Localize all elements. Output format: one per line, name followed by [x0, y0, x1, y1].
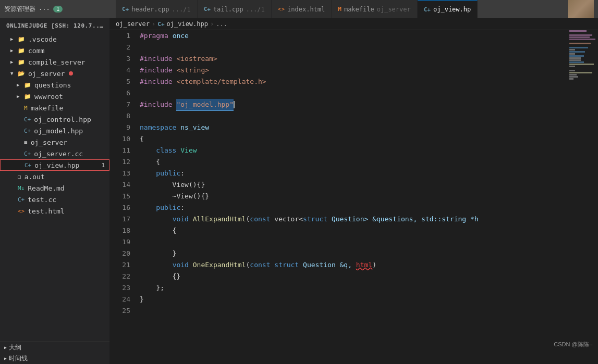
sidebar-item-a-out[interactable]: ▶ ◻ a.out: [0, 171, 109, 182]
chevron-right-icon: ▶: [17, 82, 22, 87]
token: }: [140, 294, 144, 305]
breadcrumb-filename: oj_view.hpp: [167, 20, 208, 28]
token: (: [246, 214, 250, 225]
token: [173, 65, 177, 76]
sidebar-item-readme[interactable]: ▶ M↓ ReadMe.md: [0, 182, 109, 194]
minimap-line: [569, 72, 592, 73]
chevron-right-icon: ▶: [10, 36, 16, 42]
explorer-section: 资源管理器 ··· 1: [4, 5, 114, 14]
sidebar-item-comm[interactable]: ▶ 📁 comm: [0, 45, 109, 56]
tab-oj-view-hpp[interactable]: C+ oj_view.hp: [418, 0, 478, 18]
cpp-icon: C+: [24, 128, 31, 134]
folder-icon: 📁: [24, 82, 31, 89]
token: }: [140, 248, 176, 259]
code-line-25: [140, 305, 567, 317]
token-space: [168, 30, 173, 42]
title-bar: 资源管理器 ··· 1 C+ header.cpp .../1 C+ tail.…: [0, 0, 598, 18]
token: ns_view: [180, 122, 209, 133]
sidebar-item-label: oj_view.hpp: [34, 161, 79, 169]
sidebar-item-vscode[interactable]: ▶ 📁 .vscode: [0, 33, 109, 45]
sidebar-item-questions[interactable]: ▶ 📁 questions: [0, 79, 109, 91]
text-cursor: [234, 101, 235, 108]
code-line-6: [140, 87, 567, 99]
minimap-line: [569, 47, 588, 48]
token: #include: [140, 76, 173, 87]
sidebar-item-label: .vscode: [28, 35, 57, 43]
minimap-line: [569, 45, 598, 46]
sidebar-item-test-html[interactable]: ▶ <> test.html: [0, 205, 109, 217]
token: public: [156, 202, 180, 214]
token: namespace: [140, 122, 176, 133]
code-line-2: [140, 42, 567, 53]
token: [140, 145, 156, 156]
sidebar-item-test-cc[interactable]: ▶ C+ test.cc: [0, 194, 109, 205]
code-line-8: [140, 110, 567, 122]
minimap-line: [569, 80, 598, 82]
timeline-label: 时间线: [9, 354, 28, 363]
minimap-line: [569, 30, 587, 32]
minimap-line: [569, 55, 584, 57]
token: :: [180, 168, 185, 179]
sidebar-item-oj-view-hpp[interactable]: ▶ C+ oj_view.hpp 1: [0, 159, 109, 171]
sidebar-item-wwwroot[interactable]: ▶ 📁 wwwroot: [0, 91, 109, 102]
tab-header-cpp[interactable]: C+ header.cpp .../1: [116, 0, 198, 18]
cpp-icon: C+: [424, 6, 431, 13]
explorer-menu-button[interactable]: ···: [39, 6, 50, 13]
sidebar-item-oj-model-hpp[interactable]: ▶ C+ oj_model.hpp: [0, 125, 109, 136]
minimap-line: [569, 32, 598, 34]
minimap-line: [569, 53, 575, 55]
server-icon: ≡: [24, 139, 28, 146]
sidebar-item-makefile[interactable]: ▶ M makefile: [0, 102, 109, 114]
editor-content[interactable]: 1 2 3 4 5 6 7 8 9 10 11 12 13 14 15 16 1…: [109, 30, 598, 364]
token: #include: [140, 53, 173, 65]
token: html: [356, 259, 372, 271]
token: [140, 214, 173, 225]
html-icon: <>: [278, 6, 285, 12]
tab-makefile[interactable]: M makefile oj_server: [332, 0, 417, 18]
token: [140, 168, 156, 179]
minimap-line: [569, 64, 594, 65]
minimap-line: [569, 70, 575, 71]
sidebar-item-label: comm: [28, 47, 44, 55]
code-line-14: View(){}: [140, 179, 567, 191]
timeline-panel[interactable]: ▶ 时间线: [0, 353, 109, 364]
token: class: [156, 145, 176, 156]
tab-suffix: .../1: [246, 6, 265, 13]
token: <iostream>: [176, 53, 217, 65]
minimap-line: [569, 68, 598, 69]
sidebar-item-oj-control-hpp[interactable]: ▶ C+ oj_control.hpp: [0, 114, 109, 125]
chevron-down-icon: ▼: [10, 71, 16, 76]
minimap-line: [569, 36, 590, 38]
code-line-5: #include <ctemplate/template.h>: [140, 76, 567, 87]
tab-label: tail.cpp: [213, 6, 243, 13]
tab-label: oj_view.hp: [433, 6, 471, 13]
token: OneExpandHtml: [193, 259, 246, 271]
code-line-11: class View: [140, 145, 567, 156]
breadcrumb-ellipsis: ...: [216, 20, 227, 28]
code-line-17: void AllExpandHtml(const vector<struct Q…: [140, 214, 567, 225]
minimap-line: [569, 59, 581, 61]
sidebar-item-oj-server[interactable]: ▼ 📂 oj_server: [0, 68, 109, 79]
token: [173, 53, 177, 65]
tab-tail-cpp[interactable]: C+ tail.cpp .../1: [198, 0, 272, 18]
minimap-line: [569, 39, 595, 40]
explorer-badge: 1: [53, 6, 63, 12]
outline-panel[interactable]: ▶ 大纲: [0, 342, 109, 353]
minimap-line: [569, 34, 592, 36]
sidebar-item-oj-server-file[interactable]: ▶ ≡ oj_server: [0, 136, 109, 148]
token: :: [180, 202, 185, 214]
chevron-right-icon: ▶: [10, 48, 16, 53]
code-editor[interactable]: #pragma once #include <iostream> #includ…: [135, 30, 567, 364]
token: {: [140, 225, 176, 236]
sidebar-item-label: test.html: [28, 207, 64, 215]
tab-index-html[interactable]: <> index.html: [272, 0, 332, 18]
code-line-13: public:: [140, 168, 567, 179]
sidebar-item-oj-server-cc[interactable]: ▶ C+ oj_server.cc: [0, 148, 109, 159]
chevron-right-icon: ▶: [4, 345, 7, 350]
token: ): [372, 259, 376, 271]
sidebar-item-compile-server[interactable]: ▶ 📁 compile_server: [0, 56, 109, 68]
sidebar-bottom: ▶ 大纲 ▶ 时间线: [0, 342, 109, 364]
token-pragma: #pragma: [140, 30, 168, 42]
code-line-4: #include <string>: [140, 65, 567, 76]
code-line-1: #pragma once: [140, 30, 567, 42]
